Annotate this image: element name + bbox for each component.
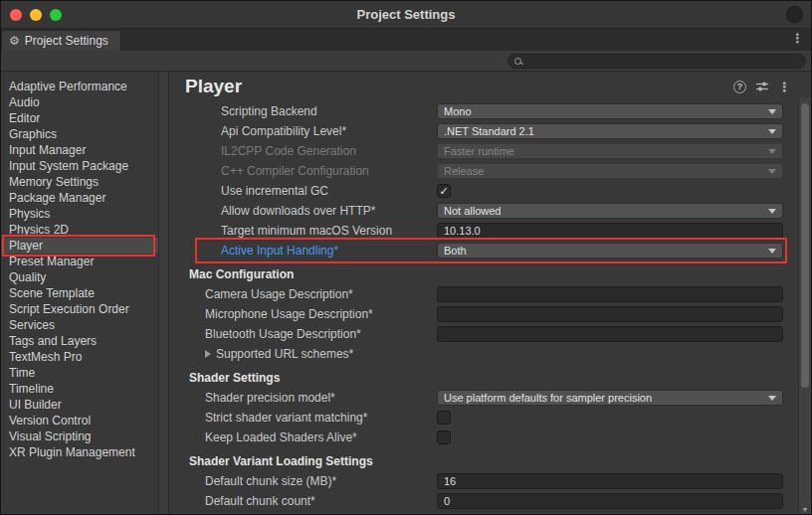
textfield-default-chunk-count[interactable]: 0: [437, 493, 783, 509]
setting-row-default-chunk-size-mb: Default chunk size (MB)*16: [169, 471, 811, 491]
sidebar-item-input-manager[interactable]: Input Manager: [1, 142, 158, 158]
foldout-arrow-icon[interactable]: [205, 350, 211, 358]
setting-row-use-incremental-gc: Use incremental GC: [169, 181, 811, 201]
sidebar-item-audio[interactable]: Audio: [1, 94, 158, 110]
chevron-down-icon: [768, 396, 776, 401]
close-window-button[interactable]: [10, 9, 22, 21]
chevron-down-icon: [768, 109, 776, 114]
dropdown-value: Faster runtime: [444, 145, 762, 157]
setting-label: C++ Compiler Configuration: [221, 164, 437, 178]
project-settings-window: Project Settings ⚙ Project Settings ⋮ Ad…: [0, 0, 812, 515]
setting-row-keep-loaded-shaders-alive: Keep Loaded Shaders Alive*: [169, 428, 811, 447]
checkbox-use-incremental-gc[interactable]: [437, 184, 451, 198]
setting-row-api-compatibility-level: Api Compatibility Level*.NET Standard 2.…: [169, 121, 811, 141]
sidebar-scrollbar[interactable]: [158, 72, 169, 514]
sidebar-item-graphics[interactable]: Graphics: [1, 126, 158, 142]
setting-label: Keep Loaded Shaders Alive*: [205, 430, 437, 444]
dropdown-scripting-backend[interactable]: Mono: [437, 103, 783, 119]
sidebar-item-scene-template[interactable]: Scene Template: [1, 285, 158, 301]
setting-label: Scripting Backend: [221, 104, 437, 118]
dropdown-value: Not allowed: [444, 205, 762, 217]
panel-header-icons: ? ⋮: [733, 80, 791, 93]
search-box[interactable]: [508, 54, 806, 69]
sidebar-item-services[interactable]: Services: [1, 317, 158, 333]
dropdown-allow-downloads-over-http[interactable]: Not allowed: [437, 203, 783, 219]
textfield-camera-usage-description[interactable]: [437, 286, 783, 302]
minimize-window-button[interactable]: [30, 9, 42, 21]
window-title: Project Settings: [1, 7, 811, 22]
sidebar-item-package-manager[interactable]: Package Manager: [1, 190, 158, 206]
section-header-shader-settings: Shader Settings: [169, 368, 811, 388]
setting-label: Microphone Usage Description*: [205, 307, 437, 321]
setting-label: IL2CPP Code Generation: [221, 144, 437, 158]
setting-row-camera-usage-description: Camera Usage Description*: [169, 284, 811, 304]
setting-control: 10.13.0: [437, 223, 783, 239]
section-header-shader-variant-loading-settings: Shader Variant Loading Settings: [169, 451, 811, 471]
sidebar-item-textmesh-pro[interactable]: TextMesh Pro: [1, 349, 158, 365]
help-icon[interactable]: ?: [733, 81, 746, 93]
panel-header: Player ? ⋮: [169, 72, 811, 97]
gear-icon: ⚙: [9, 35, 20, 47]
window-options-icon[interactable]: [786, 6, 803, 23]
setting-row-microphone-usage-description: Microphone Usage Description*: [169, 304, 811, 324]
sidebar-item-adaptive-performance[interactable]: Adaptive Performance: [1, 79, 158, 94]
setting-control: 0: [437, 493, 783, 509]
sidebar-item-editor[interactable]: Editor: [1, 110, 158, 126]
sidebar-item-memory-settings[interactable]: Memory Settings: [1, 174, 158, 190]
tab-label: Project Settings: [25, 34, 108, 48]
sidebar-item-player[interactable]: Player: [1, 238, 158, 254]
vertical-scrollbar[interactable]: ▼: [798, 97, 811, 514]
dropdown-shader-precision-model[interactable]: Use platform defaults for sampler precis…: [437, 390, 783, 406]
scrollbar-thumb[interactable]: [801, 103, 809, 388]
sidebar-item-time[interactable]: Time: [1, 365, 158, 381]
textfield-default-chunk-size-mb[interactable]: 16: [437, 473, 783, 489]
traffic-lights: [10, 9, 62, 21]
setting-row-target-minimum-macos-version: Target minimum macOS Version10.13.0: [169, 221, 811, 241]
chevron-down-icon: [768, 169, 776, 174]
sidebar-item-version-control[interactable]: Version Control: [1, 413, 158, 429]
sidebar-item-xr-plugin-management[interactable]: XR Plugin Management: [1, 444, 158, 460]
setting-label: Shader precision model*: [205, 391, 437, 405]
sidebar-item-physics[interactable]: Physics: [1, 206, 158, 222]
panel-menu-kebab-icon[interactable]: ⋮: [778, 81, 791, 93]
tab-menu-kebab-icon[interactable]: ⋮: [791, 32, 804, 45]
setting-row-scripting-backend: Scripting BackendMono: [169, 101, 811, 121]
sidebar-item-ui-builder[interactable]: UI Builder: [1, 397, 158, 413]
textfield-bluetooth-usage-description[interactable]: [437, 326, 783, 342]
zoom-window-button[interactable]: [50, 9, 62, 21]
checkbox-strict-shader-variant-matching[interactable]: [437, 411, 451, 425]
search-input[interactable]: [526, 55, 799, 67]
setting-label: Bluetooth Usage Description*: [205, 327, 437, 341]
sidebar-item-visual-scripting[interactable]: Visual Scripting: [1, 429, 158, 444]
setting-control: .NET Standard 2.1: [437, 123, 783, 139]
setting-control: Faster runtime: [437, 143, 783, 159]
presets-icon[interactable]: [755, 80, 769, 93]
sidebar-item-input-system-package[interactable]: Input System Package: [1, 158, 158, 174]
textfield-value: 0: [444, 495, 450, 507]
setting-control: Use platform defaults for sampler precis…: [437, 390, 783, 406]
textfield-value: 16: [444, 475, 456, 487]
sidebar-item-physics-2d[interactable]: Physics 2D: [1, 222, 158, 238]
scroll-down-arrow-icon[interactable]: ▼: [799, 506, 811, 513]
dropdown-api-compatibility-level[interactable]: .NET Standard 2.1: [437, 123, 783, 139]
setting-control: [437, 430, 783, 444]
setting-row-strict-shader-variant-matching: Strict shader variant matching*: [169, 408, 811, 428]
chevron-down-icon: [768, 249, 776, 254]
sidebar-item-script-execution-order[interactable]: Script Execution Order: [1, 301, 158, 317]
setting-row-override: Override: [169, 511, 811, 514]
page-title: Player: [185, 76, 242, 97]
setting-control: [437, 306, 783, 322]
sidebar-item-timeline[interactable]: Timeline: [1, 381, 158, 397]
settings-rows: Scripting BackendMonoApi Compatibility L…: [169, 97, 811, 514]
dropdown-value: Use platform defaults for sampler precis…: [444, 392, 762, 404]
textfield-microphone-usage-description[interactable]: [437, 306, 783, 322]
sidebar-item-tags-and-layers[interactable]: Tags and Layers: [1, 333, 158, 349]
sidebar-item-preset-manager[interactable]: Preset Manager: [1, 254, 158, 269]
chevron-down-icon: [768, 149, 776, 154]
dropdown-c-compiler-configuration: Release: [437, 163, 783, 179]
sidebar-item-quality[interactable]: Quality: [1, 269, 158, 285]
checkbox-keep-loaded-shaders-alive[interactable]: [437, 430, 451, 444]
textfield-target-minimum-macos-version[interactable]: 10.13.0: [437, 223, 783, 239]
tab-project-settings[interactable]: ⚙ Project Settings: [1, 30, 121, 51]
dropdown-active-input-handling[interactable]: Both: [437, 243, 783, 258]
